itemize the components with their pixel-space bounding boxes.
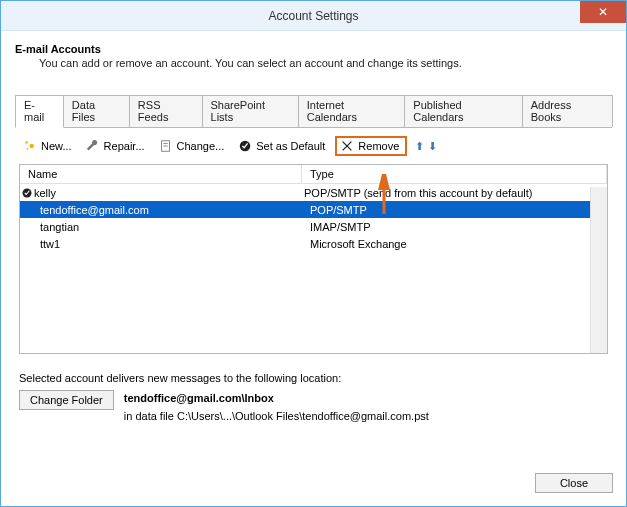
remove-button[interactable]: Remove [335,136,407,156]
list-scrollbar[interactable] [590,187,607,353]
remove-label: Remove [358,140,399,152]
close-button[interactable]: Close [535,473,613,493]
new-label: New... [41,140,72,152]
account-name: kelly [34,187,296,199]
document-icon [159,139,173,153]
change-folder-button[interactable]: Change Folder [19,390,114,410]
default-label: Set as Default [256,140,325,152]
move-down-icon[interactable]: ⬇ [428,140,437,153]
delivery-location: tendoffice@gmail.com\Inbox [124,390,429,408]
set-default-button[interactable]: Set as Default [234,137,329,155]
section-subheading: You can add or remove an account. You ca… [39,57,612,69]
tabs-bar: E-mail Data Files RSS Feeds SharePoint L… [15,95,612,128]
default-check-icon [20,186,34,200]
account-name: tendoffice@gmail.com [40,204,302,216]
account-name: tangtian [40,221,302,233]
account-type: Microsoft Exchange [302,238,607,250]
section-heading: E-mail Accounts [15,43,612,55]
col-name[interactable]: Name [20,165,302,183]
tab-datafiles[interactable]: Data Files [63,95,130,127]
check-circle-icon [238,139,252,153]
list-row[interactable]: ttw1 Microsoft Exchange [20,235,607,252]
move-up-icon[interactable]: ⬆ [415,140,424,153]
window-close-button[interactable]: ✕ [580,1,626,23]
change-label: Change... [177,140,225,152]
svg-point-1 [30,144,34,148]
window-title: Account Settings [1,9,626,23]
account-name: ttw1 [40,238,302,250]
tab-rss[interactable]: RSS Feeds [129,95,203,127]
tab-address-books[interactable]: Address Books [522,95,613,127]
account-type: POP/SMTP (send from this account by defa… [296,187,607,199]
sparkle-icon [23,139,37,153]
change-button[interactable]: Change... [155,137,229,155]
repair-label: Repair... [104,140,145,152]
wrench-icon [86,139,100,153]
list-row[interactable]: tendoffice@gmail.com POP/SMTP [20,201,607,218]
close-icon: ✕ [598,6,608,18]
account-type: IMAP/SMTP [302,221,607,233]
col-type[interactable]: Type [302,165,607,183]
delivery-intro: Selected account delivers new messages t… [19,372,608,384]
tab-email[interactable]: E-mail [15,95,64,128]
list-row[interactable]: kelly POP/SMTP (send from this account b… [20,184,607,201]
list-row[interactable]: tangtian IMAP/SMTP [20,218,607,235]
svg-point-0 [25,141,28,144]
tab-published-cal[interactable]: Published Calendars [404,95,522,127]
accounts-list: Name Type kelly POP/SMTP (send from this… [19,164,608,354]
x-icon [340,139,354,153]
new-button[interactable]: New... [19,137,76,155]
repair-button[interactable]: Repair... [82,137,149,155]
tab-internet-cal[interactable]: Internet Calendars [298,95,406,127]
svg-point-2 [27,148,29,150]
tab-sharepoint[interactable]: SharePoint Lists [202,95,299,127]
account-type: POP/SMTP [302,204,607,216]
delivery-datafile: in data file C:\Users\...\Outlook Files\… [124,408,429,426]
toolbar: New... Repair... Change... Set as Defaul… [15,128,612,162]
